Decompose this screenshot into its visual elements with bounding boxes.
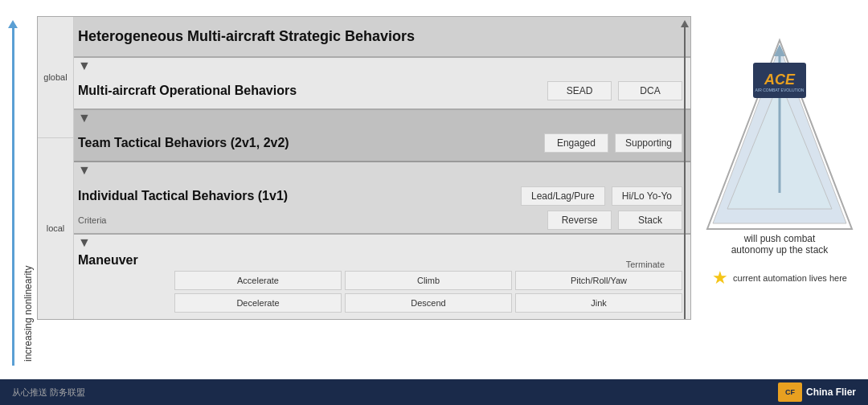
maneuver-top: Maneuver Terminate: [78, 253, 682, 268]
star-icon: ★: [712, 268, 728, 288]
scope-global: global: [38, 17, 73, 138]
multi-box-dca: DCA: [618, 81, 682, 100]
scope-local: local: [38, 138, 73, 319]
criteria-text: Criteria: [78, 214, 106, 227]
multi-box-sead: SEAD: [547, 81, 612, 100]
maneuver-cell-3: Decelerate: [174, 293, 342, 313]
scope-labels: global local: [38, 17, 74, 319]
svg-text:ACE: ACE: [764, 72, 796, 88]
hetero-label: Heterogeneous Multi-aircraft Strategic B…: [78, 28, 415, 44]
arrow1: ▼: [38, 58, 690, 73]
multi-boxes: SEAD DCA: [547, 81, 682, 100]
maneuver-cell-4: Descend: [345, 293, 512, 313]
individual-box-reverse: Reverse: [547, 211, 612, 230]
star-container: ★ current automation lives here: [712, 268, 847, 288]
triangle-svg: ACE AIR COMBAT EVOLUTION: [703, 32, 856, 241]
maneuver-cell-1: Climb: [345, 271, 512, 290]
individual-label: Individual Tactical Behaviors (1v1): [78, 189, 513, 203]
right-arrow-head: [681, 20, 689, 27]
axis-arrow-head: [8, 20, 18, 28]
individual-box-leadlag: Lead/Lag/Pure: [521, 186, 605, 206]
team-box-supporting: Supporting: [615, 133, 682, 153]
footer-brand: China Flier: [806, 387, 856, 398]
maneuver-grid: Accelerate Climb Pitch/Roll/Yaw Decelera…: [174, 271, 682, 313]
svg-text:AIR COMBAT EVOLUTION: AIR COMBAT EVOLUTION: [755, 88, 805, 92]
individual-boxes-row1: Lead/Lag/Pure Hi/Lo Yo-Yo: [521, 186, 682, 206]
footer-left-text: 从心推送 防务联盟: [12, 387, 85, 399]
individual-boxes-row2: Reverse Stack: [547, 211, 682, 230]
main-container: increasing nonlinearity global local Het…: [0, 0, 868, 405]
footer-bar: 从心推送 防务联盟 CF China Flier: [0, 379, 868, 405]
team-boxes: Engaged Supporting: [544, 133, 682, 153]
axis-line: [12, 28, 14, 366]
maneuver-cell-2: Pitch/Roll/Yaw: [515, 271, 682, 290]
row-multi: Multi-aircraft Operational Behaviors SEA…: [38, 73, 690, 110]
footer-logo: CF: [778, 382, 802, 402]
maneuver-grid-container: Accelerate Climb Pitch/Roll/Yaw Decelera…: [78, 268, 682, 316]
maneuver-cell-0: Accelerate: [174, 271, 342, 290]
individual-bottom: Criteria Reverse Stack: [78, 211, 682, 230]
ace-text-line2: autonomy up the stack: [731, 244, 829, 256]
right-arrows: [679, 17, 690, 319]
individual-box-stack: Stack: [618, 211, 682, 230]
multi-label: Multi-aircraft Operational Behaviors: [78, 84, 539, 98]
arrow4: ▼: [38, 235, 690, 250]
axis-label: increasing nonlinearity: [23, 24, 34, 362]
bottom-text: current automation lives here: [733, 273, 847, 283]
right-arrow-line: [684, 27, 686, 319]
maneuver-cell-5: Jink: [515, 293, 682, 313]
team-box-engaged: Engaged: [544, 133, 608, 153]
terminate-text: Terminate: [626, 260, 665, 269]
behavior-diagram: global local Heterogeneous Multi-aircraf…: [37, 16, 691, 320]
team-label: Team Tactical Behaviors (2v1, 2v2): [78, 136, 536, 150]
row-individual: Individual Tactical Behaviors (1v1) Lead…: [38, 178, 690, 235]
maneuver-label: Maneuver: [78, 253, 682, 268]
row-maneuver: Maneuver Terminate Accelerate Climb Pitc…: [38, 250, 690, 319]
row-team: Team Tactical Behaviors (2v1, 2v2) Engag…: [38, 125, 690, 162]
right-panel: ACE AIR COMBAT EVOLUTION will push comba…: [699, 16, 860, 378]
footer-right: CF China Flier: [778, 382, 856, 402]
arrow3: ▼: [38, 162, 690, 178]
row-hetero: Heterogeneous Multi-aircraft Strategic B…: [38, 17, 690, 58]
arrow2: ▼: [38, 110, 690, 125]
individual-box-hiloyo: Hi/Lo Yo-Yo: [612, 186, 682, 206]
individual-top: Individual Tactical Behaviors (1v1) Lead…: [78, 182, 682, 211]
axis-arrow: [8, 20, 18, 366]
ace-text-container: will push combat autonomy up the stack: [731, 233, 829, 256]
ace-text-line1: will push combat: [731, 233, 829, 244]
